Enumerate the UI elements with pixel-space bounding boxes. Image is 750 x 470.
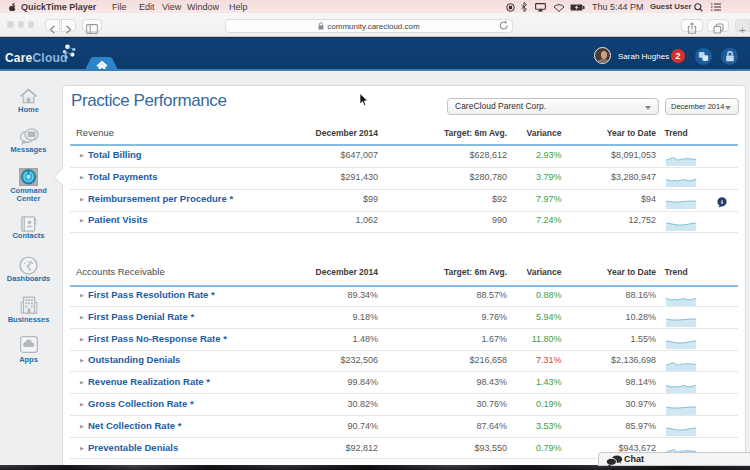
- svg-text:i: i: [721, 198, 723, 206]
